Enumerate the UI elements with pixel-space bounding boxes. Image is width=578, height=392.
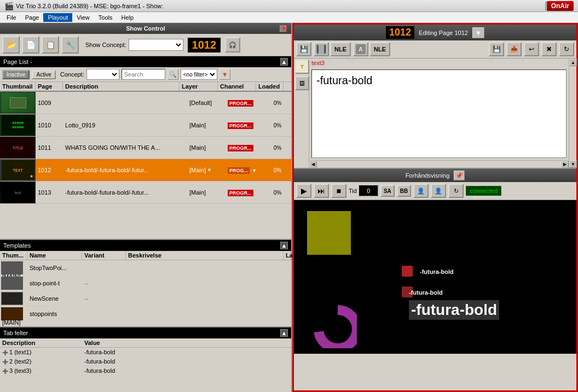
open-show-button[interactable]: 📂 xyxy=(2,36,20,54)
export-button[interactable]: 📤 xyxy=(506,42,522,56)
row-1012-loaded: 0% xyxy=(264,166,291,174)
bb-button[interactable]: BB xyxy=(397,185,411,197)
text-tab[interactable]: T xyxy=(295,60,309,74)
menu-file[interactable]: File xyxy=(2,13,21,22)
active-button[interactable]: Active xyxy=(32,70,55,79)
scroll-down-button[interactable]: ▼ xyxy=(569,160,577,168)
svg-point-6 xyxy=(319,310,357,348)
row-1012-layer: [Main] ▼ xyxy=(187,166,226,174)
clear-button[interactable]: ✖ xyxy=(541,42,557,56)
tab-felter-title: Tab felter xyxy=(3,330,28,336)
list-item[interactable]: ➕1 (text1) -futura-bold xyxy=(0,348,291,357)
inactive-button[interactable]: Inactive xyxy=(2,70,30,79)
skip-forward-button[interactable]: ⏭ xyxy=(314,184,329,198)
undo-button[interactable]: ↩ xyxy=(524,42,539,56)
menu-view[interactable]: View xyxy=(72,13,94,22)
preview-pin-button[interactable]: 📌 xyxy=(454,171,465,180)
filter-icon-button[interactable]: ▼ xyxy=(219,69,230,80)
svg-rect-3 xyxy=(319,44,324,54)
nle-button-1[interactable]: NLE xyxy=(330,42,351,56)
save-as-button[interactable]: 💾 xyxy=(489,42,504,56)
tab-felter-collapse-button[interactable]: ▲ xyxy=(280,329,288,337)
tmpl-col-layers: Layer(s) xyxy=(284,251,291,260)
search-input[interactable] xyxy=(122,69,165,80)
nle-icon-2[interactable]: A xyxy=(353,42,368,56)
table-row[interactable]: ■■■■■■■■■■ 1010 Lotto_0919 [Main] PROGR.… xyxy=(0,114,291,137)
menu-tools[interactable]: Tools xyxy=(94,13,117,22)
headphone-button[interactable]: 🎧 xyxy=(225,37,240,52)
scroll-up-button[interactable]: ▲ xyxy=(569,58,577,66)
time-input[interactable] xyxy=(359,185,378,196)
person-button-2[interactable]: 👤 xyxy=(431,184,446,198)
scroll-track-v xyxy=(569,66,576,160)
nle-icon-1[interactable] xyxy=(314,42,329,56)
show-concept-select[interactable] xyxy=(129,39,183,51)
menu-playout[interactable]: Playout xyxy=(43,13,72,22)
tab-col-description: Description xyxy=(2,340,84,346)
preview-refresh-button[interactable]: ↻ xyxy=(448,184,464,198)
table-row[interactable]: TEXT ★ 1012 -futura-bold/-futura-bold/-f… xyxy=(0,159,291,182)
list-item[interactable]: ➕2 (text2) -futura-bold xyxy=(0,357,291,366)
new-template-button[interactable]: 📋 xyxy=(42,36,59,54)
row-1012-page: 1012 xyxy=(36,166,63,174)
progr-badge-selected: PROG... xyxy=(228,167,250,174)
preview-text-2: -futura-bold xyxy=(409,281,443,299)
stop-button[interactable]: ■ xyxy=(331,184,346,198)
row-1011-layer: [Main] xyxy=(187,143,226,152)
filter-select[interactable]: <no filter> xyxy=(181,69,217,80)
save-button[interactable]: 💾 xyxy=(296,42,311,56)
list-item[interactable]: stop-point-t -- xyxy=(0,276,291,291)
table-header: Thumbnail Page Description Layer Channel… xyxy=(0,82,291,92)
tab-col-value: Value xyxy=(84,340,289,346)
page-list-collapse-button[interactable]: ▲ xyxy=(280,58,288,66)
list-item[interactable]: stoppoints [MAIN] xyxy=(0,306,291,321)
col-page: Page xyxy=(36,82,63,91)
table-row[interactable]: 1009 [Default] PROGR... 0% xyxy=(0,92,291,114)
concept-select[interactable] xyxy=(86,69,119,80)
scroll-left-button[interactable]: ◀ xyxy=(309,161,317,168)
menu-bar: File Page Playout View Tools Help OnAir xyxy=(0,12,578,23)
list-item[interactable]: StopTwoPoi... [MAIN] xyxy=(0,260,291,276)
table-row[interactable]: TITLE 1011 WHATS GOING ON/WITH THE A... … xyxy=(0,137,291,159)
image-tab[interactable]: 🖼 xyxy=(295,76,309,90)
settings-button[interactable]: 🔧 xyxy=(61,36,79,54)
table-row[interactable]: text 1013 -futura-bold/-futura-bold/-fut… xyxy=(0,182,291,204)
tmpl-variant xyxy=(82,267,126,269)
list-item[interactable]: ➕3 (text3) -futura-bold xyxy=(0,366,291,376)
svg-rect-1 xyxy=(317,45,319,53)
scroll-right-button[interactable]: ▶ xyxy=(561,161,569,168)
person-button-1[interactable]: 👤 xyxy=(413,184,429,198)
page-table-body: 1009 [Default] PROGR... 0% ■■■■■■■■■■ xyxy=(0,92,291,239)
tab-felter-table-header: Description Value xyxy=(0,338,291,348)
edit-area: T 🖼 text3 -futura-bold ◀ ▶ ▲ xyxy=(294,58,576,168)
list-item[interactable]: NewScene -- xyxy=(0,291,291,306)
row-1011-description: WHATS GOING ON/WITH THE A... xyxy=(63,143,187,152)
play-button[interactable]: ▶ xyxy=(296,184,311,198)
editing-dropdown-button[interactable]: ▼ xyxy=(472,27,484,38)
horizontal-scrollbar[interactable]: ◀ ▶ xyxy=(309,160,569,168)
row-1009-channel: PROGR... xyxy=(226,98,264,107)
pin-button[interactable]: 📌 xyxy=(279,25,287,32)
tmpl-variant: -- xyxy=(82,294,126,303)
vertical-scrollbar[interactable]: ▲ ▼ xyxy=(569,58,576,168)
page-number-display: 1012 xyxy=(188,38,221,52)
editing-header: 1012 Editing Page 1012 ▼ xyxy=(294,25,576,40)
menu-page[interactable]: Page xyxy=(21,13,44,22)
show-concept-label: Show Concept: xyxy=(85,42,126,48)
templates-collapse-button[interactable]: ▲ xyxy=(280,242,288,249)
menu-help[interactable]: Help xyxy=(117,13,138,22)
show-control-title: Show Control xyxy=(126,25,165,32)
row-1013-thumbnail: text xyxy=(0,182,36,203)
progr-badge: PROGR... xyxy=(228,145,253,151)
nle-button-2[interactable]: NLE xyxy=(369,42,390,56)
search-button[interactable]: 🔍 xyxy=(167,69,178,80)
sa-button[interactable]: SA xyxy=(380,185,395,197)
row-1010-loaded: 0% xyxy=(264,121,291,130)
refresh-editor-button[interactable]: ↻ xyxy=(559,42,574,56)
row-1010-layer: [Main] xyxy=(187,121,226,130)
onair-badge: OnAir xyxy=(547,1,574,11)
text-edit-box[interactable]: -futura-bold xyxy=(311,69,567,158)
row-1009-layer: [Default] xyxy=(187,98,226,107)
tab-row-value: -futura-bold xyxy=(84,349,289,355)
new-page-button[interactable]: 📄 xyxy=(22,36,39,54)
